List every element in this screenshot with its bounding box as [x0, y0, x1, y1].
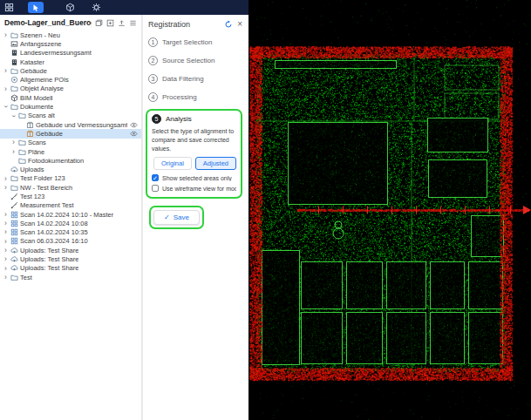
tree-item[interactable]: ›Pläne [0, 147, 141, 156]
registration-panel: Registration × 1Target Selection2Source … [142, 15, 248, 420]
tree-item[interactable]: ›Test [0, 273, 141, 281]
chevron-right-icon[interactable]: › [3, 228, 9, 236]
scene-tree: ›Szenen - NeuAnfangsszeneLandesvermessun… [0, 30, 141, 281]
tree-item[interactable]: BIM Modell [0, 93, 141, 102]
chevron-right-icon[interactable]: › [10, 148, 17, 156]
scenes-icon[interactable] [95, 19, 103, 27]
step-data-filtering[interactable]: 3Data Filtering [148, 74, 242, 84]
tree-item-label: Test [20, 274, 32, 281]
tree-item[interactable]: ›Scan 06.03.2024 16:10 [0, 237, 141, 246]
alignment-toggle: Original Adjusted [153, 157, 236, 170]
cloud-icon [10, 166, 18, 173]
scan-box-icon [26, 121, 34, 129]
cube-tool-icon[interactable] [65, 3, 75, 12]
checkbox-unchecked-icon[interactable] [152, 185, 159, 192]
tree-item[interactable]: ›Scans alt [0, 112, 141, 120]
original-button[interactable]: Original [153, 157, 192, 170]
tree-item-label: Allgemeine POIs [20, 76, 69, 84]
visibility-eye-icon[interactable] [130, 121, 140, 129]
tree-item-label: Anfangsszene [20, 40, 62, 48]
top-toolbar [0, 0, 248, 15]
chevron-right-icon[interactable]: › [3, 274, 9, 281]
tree-item[interactable]: ›Dokumente [0, 102, 141, 111]
adjusted-button[interactable]: Adjusted [195, 157, 236, 170]
tree-item[interactable]: ›Gebäude [0, 66, 141, 75]
settings-gear-icon[interactable] [92, 3, 101, 12]
chevron-right-icon[interactable]: › [3, 31, 9, 39]
menu-button[interactable] [129, 19, 137, 27]
chevron-right-icon[interactable]: › [3, 211, 9, 219]
tree-item[interactable]: Kataster [0, 58, 141, 66]
chevron-right-icon[interactable]: › [3, 67, 9, 75]
show-selected-areas-checkbox[interactable]: ✓ Show selected areas only [152, 174, 236, 181]
chevron-right-icon[interactable]: › [3, 220, 9, 227]
tree-item[interactable]: ›Scans [0, 139, 141, 147]
tree-item-label: Scans alt [28, 112, 55, 119]
tree-item-label: Fotodokumentation [28, 157, 84, 165]
tree-item-label: Scan 06.03.2024 16:10 [20, 237, 88, 245]
chevron-right-icon[interactable]: › [3, 184, 9, 192]
select-tool-button[interactable] [28, 2, 44, 13]
step-analysis[interactable]: 5 Analysis [152, 114, 236, 124]
tree-item[interactable]: Measurement Test [0, 201, 141, 210]
tree-item[interactable]: ›Uploads: Test Share [0, 246, 141, 254]
close-icon[interactable]: × [237, 20, 242, 29]
step-number: 5 [152, 114, 161, 124]
checkbox-checked-icon[interactable]: ✓ [152, 174, 159, 181]
tree-item[interactable]: ›Scan 14.02.2024 10:08 [0, 219, 141, 227]
tree-item[interactable]: ›Scan 14.02.2024 10:10 - Master [0, 210, 141, 219]
chevron-right-icon[interactable]: › [3, 238, 9, 246]
chevron-right-icon[interactable]: › [10, 139, 17, 146]
tree-item[interactable]: ›Scan 14.02.2024 10:35 [0, 228, 141, 237]
visibility-eye-icon[interactable] [130, 130, 140, 138]
point-cloud-canvas[interactable] [248, 0, 531, 420]
tree-item-label: Scan 14.02.2024 10:10 - Master [20, 211, 113, 219]
tree-item[interactable]: ›Test Folder 123 [0, 174, 141, 183]
scan-box-icon [26, 130, 34, 138]
step-processing[interactable]: 4Processing [148, 92, 242, 102]
folder-icon [18, 139, 26, 146]
tree-item[interactable]: Anfangsszene [0, 39, 141, 48]
chevron-down-icon[interactable]: › [10, 112, 17, 119]
wireframe-view-checkbox[interactable]: Use wireframe view for models [152, 185, 236, 192]
chevron-down-icon[interactable]: › [2, 104, 10, 110]
save-button[interactable]: ✓ Save [153, 210, 200, 225]
tree-item-label: Gebäude [20, 67, 47, 75]
image-icon [10, 40, 18, 48]
tree-item-label: Gebäude [36, 130, 63, 138]
tree-item-label: Uploads: Test Share [20, 255, 78, 263]
scan-icon [10, 220, 18, 227]
tree-item[interactable]: Gebäude [0, 129, 141, 138]
refresh-icon[interactable] [224, 20, 233, 29]
tree-item[interactable]: ›Szenen - Neu [0, 30, 141, 39]
tree-item[interactable]: Allgemeine POIs [0, 75, 141, 84]
scan-icon [10, 237, 18, 245]
step-label: Source Selection [162, 57, 214, 64]
tree-item[interactable]: ›NW - Test Bereich [0, 183, 141, 192]
chevron-right-icon[interactable]: › [3, 255, 9, 263]
step-source-selection[interactable]: 2Source Selection [148, 56, 242, 65]
tree-item[interactable]: Landesvermessungsamt [0, 49, 141, 58]
tree-item[interactable]: ›Uploads: Test Share [0, 254, 141, 263]
folder-icon [18, 157, 26, 165]
save-annotation-box: ✓ Save [149, 206, 204, 229]
tree-item[interactable]: ›Uploads: Test Share [0, 264, 141, 273]
chevron-right-icon[interactable]: › [3, 175, 9, 183]
apps-grid-icon[interactable] [4, 3, 14, 12]
upload-button[interactable] [118, 19, 126, 27]
tree-item[interactable]: Gebäude und Vermessungsamt [0, 120, 141, 129]
tree-item-label: Kataster [20, 58, 44, 66]
tree-item[interactable]: Test 123 [0, 192, 141, 200]
tree-item-label: Measurement Test [20, 201, 74, 209]
measure-icon [10, 201, 18, 209]
tree-item[interactable]: Uploads [0, 165, 141, 173]
step-label: Processing [162, 93, 197, 101]
chevron-right-icon[interactable]: › [3, 265, 9, 273]
chevron-right-icon[interactable]: › [3, 247, 9, 254]
add-box-button[interactable] [106, 19, 114, 27]
tree-item[interactable]: Fotodokumentation [0, 156, 141, 165]
tree-item[interactable]: ›Objekt Analyse [0, 85, 141, 93]
tree-item-label: BIM Modell [20, 94, 53, 102]
chevron-right-icon[interactable]: › [3, 85, 9, 93]
step-target-selection[interactable]: 1Target Selection [148, 37, 242, 47]
